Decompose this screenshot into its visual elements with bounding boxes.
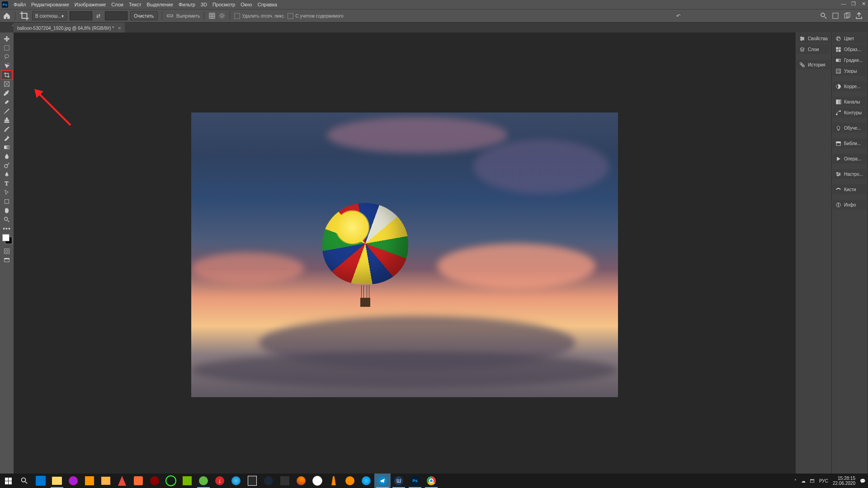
tray-chevron-icon[interactable]: ˄ <box>794 479 797 483</box>
taskbar-app-23[interactable]: Ш <box>391 474 407 488</box>
menu-text[interactable]: Текст <box>126 1 144 8</box>
crop-height-input[interactable] <box>105 11 127 20</box>
delete-cropped-checkbox[interactable]: Удалить отсеч. пикс. <box>234 13 285 19</box>
panel-libraries[interactable]: Библи... <box>833 138 867 148</box>
taskbar-chrome[interactable] <box>423 474 439 488</box>
canvas-area[interactable] <box>14 33 795 477</box>
panel-actions[interactable]: Опера... <box>833 154 867 164</box>
taskbar-itunes[interactable] <box>309 474 326 488</box>
home-button[interactable] <box>3 12 11 20</box>
quick-mask-tool[interactable] <box>1 247 12 256</box>
menu-3d[interactable]: 3D <box>198 1 210 8</box>
zoom-tool[interactable] <box>1 215 12 224</box>
tray-lang[interactable]: РУС <box>819 479 828 483</box>
menu-select[interactable]: Выделение <box>144 1 176 8</box>
menu-filter[interactable]: Фильтр <box>176 1 198 8</box>
collapse-chevron-icon[interactable]: » <box>12 23 14 28</box>
screen-mode-tool[interactable] <box>1 256 12 265</box>
dodge-tool[interactable] <box>1 161 12 170</box>
path-select-tool[interactable] <box>1 188 12 197</box>
pen-tool[interactable] <box>1 170 12 179</box>
tray-cloud-icon[interactable]: ☁ <box>801 479 806 483</box>
history-brush-tool[interactable] <box>1 125 12 134</box>
crop-tool-indicator-icon[interactable] <box>19 11 29 21</box>
edit-toolbar[interactable]: ••• <box>1 224 12 233</box>
eraser-tool[interactable] <box>1 134 12 143</box>
panel-history[interactable]: История <box>797 60 830 70</box>
taskbar-app-3[interactable] <box>65 474 81 488</box>
color-swatches[interactable] <box>2 234 11 243</box>
menu-edit[interactable]: Редактирование <box>28 1 72 8</box>
taskbar-app-13[interactable] <box>228 474 244 488</box>
tray-battery-icon[interactable]: 🗔 <box>810 479 815 483</box>
blur-tool[interactable] <box>1 152 12 161</box>
panel-brushes[interactable]: Кисти <box>833 184 867 194</box>
taskbar-app-10[interactable] <box>179 474 195 488</box>
taskbar-telegram[interactable] <box>374 474 391 488</box>
panel-adjustments[interactable]: Корре... <box>833 81 867 91</box>
brush-tool[interactable] <box>1 107 12 116</box>
taskbar-app-8[interactable] <box>146 474 163 488</box>
panel-channels[interactable]: Каналы <box>833 97 867 107</box>
healing-tool[interactable] <box>1 98 12 107</box>
menu-image[interactable]: Изображение <box>72 1 108 8</box>
taskbar-app-20[interactable] <box>342 474 358 488</box>
hand-tool[interactable] <box>1 206 12 215</box>
menu-view[interactable]: Просмотр <box>210 1 238 8</box>
text-tool[interactable]: T <box>1 179 12 188</box>
panel-color[interactable]: Цвет <box>833 33 867 43</box>
ratio-preset-dropdown[interactable]: В соотнош... ▾ <box>32 11 67 20</box>
overlay-grid-icon[interactable] <box>208 12 216 19</box>
tray-clock[interactable]: 15:28:15 22.06.2020 <box>833 476 855 486</box>
taskbar-firefox[interactable] <box>293 474 309 488</box>
panel-paths[interactable]: Контуры <box>833 108 867 117</box>
shape-tool[interactable] <box>1 197 12 206</box>
start-button[interactable] <box>0 474 16 488</box>
marquee-tool[interactable] <box>1 43 12 52</box>
panel-layers[interactable]: Слои <box>797 44 830 54</box>
close-button[interactable]: ✕ <box>861 1 866 6</box>
panel-swatches[interactable]: Образ... <box>833 44 867 54</box>
share-icon[interactable] <box>855 12 863 19</box>
clear-button[interactable]: Очистить <box>130 11 158 20</box>
crop-width-input[interactable] <box>70 11 92 20</box>
crop-tool[interactable] <box>1 70 12 80</box>
taskbar-app-16[interactable] <box>277 474 293 488</box>
panel-gradients[interactable]: Градие... <box>833 55 867 65</box>
taskbar-app-9[interactable] <box>163 474 179 488</box>
panel-info[interactable]: Инфо <box>833 200 867 210</box>
frame-icon[interactable] <box>832 12 839 19</box>
frame-tool[interactable] <box>1 80 12 89</box>
document-tab[interactable]: balloon-5307204_1920.jpg @ 64,8% (RGB/8#… <box>14 23 125 33</box>
artboard-icon[interactable] <box>844 12 851 19</box>
taskbar-app-5[interactable] <box>98 474 114 488</box>
panel-patterns[interactable]: Узоры <box>833 66 867 76</box>
swap-dimensions-icon[interactable]: ⇄ <box>95 12 102 19</box>
taskbar-app-1[interactable] <box>33 474 49 488</box>
menu-layers[interactable]: Слои <box>108 1 126 8</box>
taskbar-photoshop[interactable]: Ps <box>407 474 423 488</box>
lasso-tool[interactable] <box>1 52 12 61</box>
taskbar-app-11[interactable] <box>195 474 212 488</box>
menu-file[interactable]: Файл <box>11 1 28 8</box>
gradient-tool[interactable] <box>1 143 12 152</box>
crop-settings-icon[interactable] <box>218 12 226 19</box>
content-aware-checkbox[interactable]: С учетом содержимого <box>288 13 343 19</box>
quick-select-tool[interactable] <box>1 61 12 70</box>
stamp-tool[interactable] <box>1 116 12 125</box>
tray-notifications-icon[interactable]: 💬 <box>860 479 865 483</box>
straighten-icon[interactable] <box>166 12 174 19</box>
restore-button[interactable]: ❐ <box>851 1 856 6</box>
taskbar-app-7[interactable] <box>130 474 146 488</box>
taskbar-search-icon[interactable] <box>16 474 33 488</box>
move-tool[interactable] <box>1 34 12 43</box>
search-icon[interactable] <box>820 12 827 19</box>
taskbar-vlc[interactable] <box>326 474 342 488</box>
taskbar-steam[interactable] <box>260 474 277 488</box>
tab-close-icon[interactable]: ✕ <box>118 26 121 31</box>
taskbar-explorer[interactable] <box>49 474 65 488</box>
menu-window[interactable]: Окно <box>238 1 255 8</box>
eyedropper-tool[interactable] <box>1 89 12 98</box>
panel-learn[interactable]: Обуче... <box>833 123 867 133</box>
minimize-button[interactable]: — <box>841 1 846 6</box>
